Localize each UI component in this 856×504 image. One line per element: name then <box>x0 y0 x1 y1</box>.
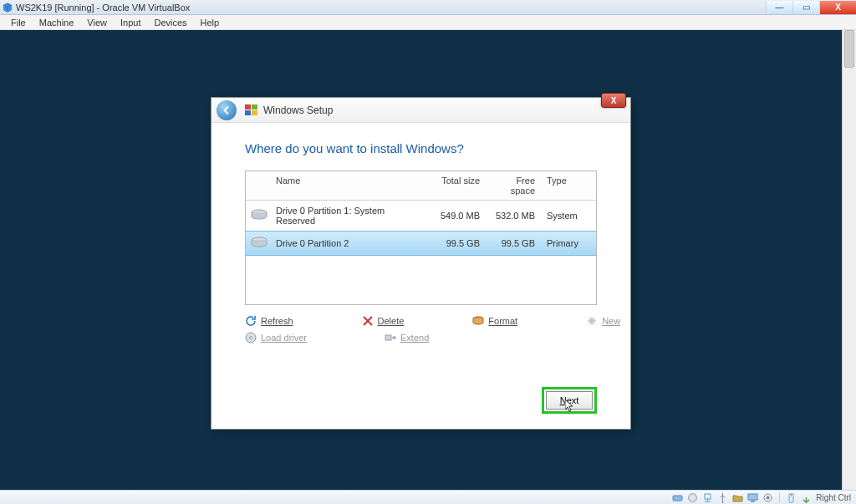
cell-name: Drive 0 Partition 1: System Reserved <box>271 203 430 228</box>
delete-icon <box>362 315 374 327</box>
partition-table: Name Total size Free space Type Drive 0 … <box>245 171 597 305</box>
svg-point-28 <box>767 496 770 499</box>
col-name[interactable]: Name <box>271 171 430 200</box>
col-total[interactable]: Total size <box>430 171 485 200</box>
svg-point-16 <box>250 337 252 339</box>
menu-view[interactable]: View <box>81 17 113 28</box>
vertical-scrollbar[interactable] <box>842 30 856 490</box>
menu-help[interactable]: Help <box>195 17 226 28</box>
recording-indicator-icon <box>762 492 773 503</box>
load-driver-action[interactable]: Load driver <box>245 332 316 344</box>
svg-rect-21 <box>705 494 711 499</box>
windows-flag-icon <box>245 104 258 116</box>
menu-devices[interactable]: Devices <box>148 17 192 28</box>
guest-display: Windows Setup X Where do you want to ins… <box>0 30 842 490</box>
next-highlight: Next <box>542 387 597 414</box>
close-button[interactable]: X <box>819 1 856 14</box>
mouse-integration-icon <box>786 492 797 503</box>
delete-action[interactable]: Delete <box>362 315 405 327</box>
table-header: Name Total size Free space Type <box>246 171 596 201</box>
virtualbox-titlebar: WS2K19 [Running] - Oracle VM VirtualBox … <box>0 0 856 15</box>
svg-rect-4 <box>245 110 251 115</box>
cell-free: 99.5 GB <box>485 236 540 251</box>
network-indicator-icon <box>702 492 713 503</box>
shared-folder-indicator-icon <box>732 492 743 503</box>
usb-indicator-icon <box>717 492 728 503</box>
svg-point-20 <box>692 496 694 498</box>
cell-type: System <box>540 208 592 223</box>
svg-rect-18 <box>673 496 682 501</box>
cell-total: 549.0 MB <box>430 208 485 223</box>
new-action: New <box>586 315 620 327</box>
extend-action: Extend <box>385 332 456 344</box>
maximize-button[interactable]: ▭ <box>792 1 819 14</box>
new-icon <box>586 315 598 327</box>
cell-total: 99.5 GB <box>430 236 485 251</box>
svg-rect-2 <box>245 104 251 109</box>
action-label: Load driver <box>261 333 307 343</box>
cell-type: Primary <box>540 236 592 251</box>
extend-icon <box>385 332 396 344</box>
virtualbox-icon <box>3 3 13 13</box>
cell-name: Drive 0 Partition 2 <box>271 236 430 251</box>
menu-file[interactable]: File <box>5 17 32 28</box>
cd-icon <box>245 332 257 344</box>
drive-icon <box>251 209 268 221</box>
format-icon <box>472 315 484 327</box>
window-controls: — ▭ X <box>766 1 856 14</box>
refresh-action[interactable]: Refresh <box>245 315 293 327</box>
statusbar: Right Ctrl <box>0 490 856 504</box>
scrollbar-thumb[interactable] <box>844 30 854 68</box>
col-type[interactable]: Type <box>540 171 592 200</box>
svg-rect-25 <box>748 494 757 500</box>
action-label: Delete <box>378 316 405 326</box>
dialog-title: Windows Setup <box>263 104 333 116</box>
svg-rect-17 <box>385 335 391 340</box>
cell-free: 532.0 MB <box>485 208 540 223</box>
menu-input[interactable]: Input <box>115 17 146 28</box>
setup-heading: Where do you want to install Windows? <box>245 141 597 155</box>
action-label: Extend <box>400 333 429 343</box>
display-indicator-icon <box>747 492 758 503</box>
drive-icon <box>251 237 268 248</box>
menu-bar: File Machine View Input Devices Help <box>0 15 856 30</box>
back-button[interactable] <box>217 100 237 120</box>
dialog-titlebar: Windows Setup X <box>211 98 630 123</box>
hdd-indicator-icon <box>672 492 683 503</box>
table-row[interactable]: Drive 0 Partition 1: System Reserved 549… <box>246 201 596 231</box>
svg-rect-5 <box>252 110 257 115</box>
dialog-close-button[interactable]: X <box>601 93 626 108</box>
svg-rect-26 <box>751 501 755 502</box>
minimize-button[interactable]: — <box>766 1 792 14</box>
svg-point-24 <box>722 501 724 503</box>
action-label: Format <box>488 316 517 326</box>
window-title: WS2K19 [Running] - Oracle VM VirtualBox <box>16 3 190 13</box>
host-key-label: Right Ctrl <box>816 493 851 502</box>
keyboard-capture-icon <box>801 492 812 503</box>
table-body: Drive 0 Partition 1: System Reserved 549… <box>246 201 596 304</box>
format-action[interactable]: Format <box>472 315 517 327</box>
menu-machine[interactable]: Machine <box>33 17 80 28</box>
action-label: Refresh <box>261 316 293 326</box>
col-free[interactable]: Free space <box>485 171 540 200</box>
action-label: New <box>602 316 620 326</box>
optical-indicator-icon <box>687 492 698 503</box>
table-row[interactable]: Drive 0 Partition 2 99.5 GB 99.5 GB Prim… <box>246 231 596 256</box>
refresh-icon <box>245 315 257 327</box>
svg-rect-3 <box>252 104 257 109</box>
next-button[interactable]: Next <box>546 391 593 410</box>
windows-setup-dialog: Windows Setup X Where do you want to ins… <box>211 97 631 430</box>
